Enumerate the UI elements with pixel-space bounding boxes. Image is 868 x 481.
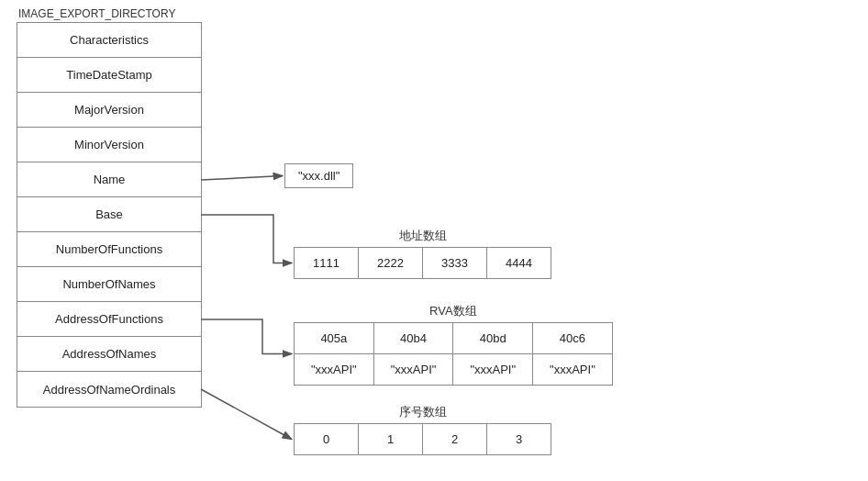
svg-line-2 [201,389,292,440]
rva-cell: "xxxAPI" [453,354,533,386]
struct-row: MinorVersion [17,128,201,162]
rva-cell: "xxxAPI" [373,354,453,386]
ord-cell: 2 [423,424,487,455]
addr-cell: 1111 [295,248,359,279]
struct-container: IMAGE_EXPORT_DIRECTORY CharacteristicsTi… [17,7,202,408]
rva-array-label: RVA数组 [294,303,613,319]
rva-cell: 40bd [453,323,533,354]
svg-line-1 [201,176,283,181]
struct-row: Name [17,162,201,197]
addr-cell: 4444 [487,248,551,279]
rva-array-table: 405a40b440bd40c6"xxxAPI""xxxAPI""xxxAPI"… [294,322,613,386]
rva-array-section: RVA数组 405a40b440bd40c6"xxxAPI""xxxAPI""x… [294,303,613,386]
struct-row: Base [17,197,201,232]
struct-row: Characteristics [17,23,201,58]
struct-row: NumberOfNames [17,267,201,302]
rva-cell: 40b4 [373,323,453,354]
struct-row: TimeDateStamp [17,58,201,93]
rva-cell: 40c6 [533,323,613,354]
struct-row: AddressOfNames [17,337,201,372]
ord-array-section: 序号数组 0123 [294,404,551,455]
addr-array-section: 地址数组 1111222233334444 [294,228,551,279]
ord-cell: 0 [295,424,359,455]
dll-box: "xxx.dll" [284,163,353,188]
rva-cell: "xxxAPI" [533,354,613,386]
ord-array-label: 序号数组 [294,404,551,420]
struct-row: AddressOfNameOrdinals [17,372,201,407]
struct-box: CharacteristicsTimeDateStampMajorVersion… [17,22,202,408]
ord-array-table: 0123 [294,423,551,455]
struct-title: IMAGE_EXPORT_DIRECTORY [17,7,202,20]
diagram: IMAGE_EXPORT_DIRECTORY CharacteristicsTi… [0,0,868,481]
addr-cell: 2222 [359,248,423,279]
struct-row: AddressOfFunctions [17,302,201,337]
dll-value: "xxx.dll" [298,169,339,183]
struct-row: NumberOfFunctions [17,232,201,267]
addr-array-label: 地址数组 [294,228,551,244]
rva-cell: 405a [295,323,374,354]
rva-cell: "xxxAPI" [295,354,374,386]
addr-cell: 3333 [423,248,487,279]
addr-array-table: 1111222233334444 [294,247,551,279]
ord-cell: 1 [359,424,423,455]
ord-cell: 3 [487,424,551,455]
struct-row: MajorVersion [17,93,201,128]
